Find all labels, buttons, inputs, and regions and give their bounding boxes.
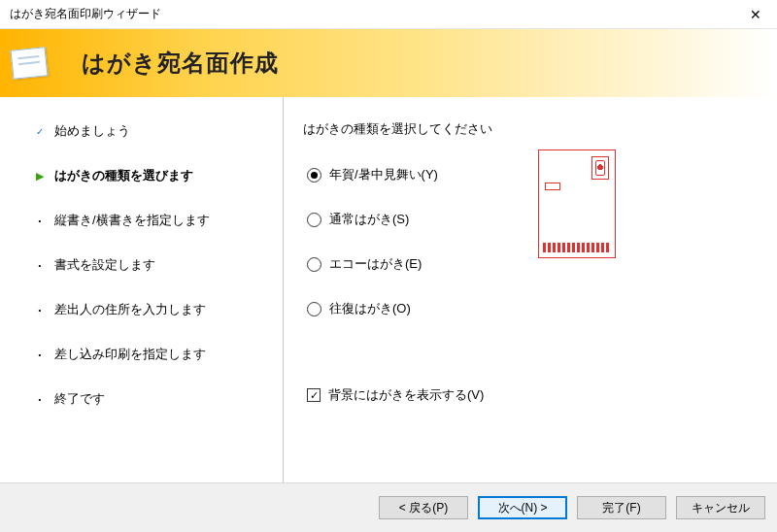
step-label: 終了です [54,390,105,408]
step-label: 縦書き/横書きを指定します [54,212,210,229]
step-label: 差出人の住所を入力します [54,301,206,318]
dot-icon: • [33,261,47,270]
radio-icon [307,257,321,272]
dot-icon: • [33,395,47,404]
step-select-type: ▶ はがきの種類を選びます [33,165,275,186]
checkbox-label: 背景にはがきを表示する(V) [328,386,484,404]
close-button[interactable]: ✕ [734,0,777,29]
step-label: 始めましょう [54,122,130,140]
title-bar: はがき宛名面印刷ウィザード ✕ [0,0,777,29]
step-format: • 書式を設定します [33,254,275,276]
finish-button[interactable]: 完了(F) [577,496,666,519]
wizard-header: はがき宛名面作成 [0,29,777,97]
arrow-icon: ▶ [33,170,47,183]
dot-icon: • [33,350,47,359]
wizard-body: ✓ 始めましょう ▶ はがきの種類を選びます • 縦書き/横書きを指定します •… [0,97,777,482]
dot-icon: • [33,306,47,315]
show-background-checkbox[interactable]: ✓ 背景にはがきを表示する(V) [303,386,556,404]
postcard-preview [538,150,616,258]
dot-icon: • [33,216,47,225]
stamp-icon [591,156,609,180]
option-normal[interactable]: 通常はがき(S) [303,210,556,229]
checkbox-icon: ✓ [307,388,321,402]
close-icon: ✕ [750,7,761,22]
back-button[interactable]: < 戻る(P) [379,496,468,519]
wizard-steps: ✓ 始めましょう ▶ はがきの種類を選びます • 縦書き/横書きを指定します •… [0,97,284,482]
option-nenga[interactable]: 年賀/暑中見舞い(Y) [303,165,556,184]
option-reply[interactable]: 往復はがき(O) [303,299,556,318]
option-label: 年賀/暑中見舞い(Y) [329,166,438,183]
step-finish: • 終了です [33,388,275,410]
option-echo[interactable]: エコーはがき(E) [303,254,556,274]
step-label: 差し込み印刷を指定します [54,346,206,363]
step-start: ✓ 始めましょう [33,120,275,142]
radio-icon [307,213,321,227]
radio-icon [307,168,321,183]
option-label: 往復はがき(O) [329,300,411,317]
wizard-content: はがきの種類を選択してください 年賀/暑中見舞い(Y) 通常はがき(S) エコー… [284,97,777,482]
radio-icon [307,302,321,316]
step-orientation: • 縦書き/横書きを指定します [33,210,275,231]
cancel-button[interactable]: キャンセル [676,496,765,519]
option-label: 通常はがき(S) [329,211,409,228]
step-mailmerge: • 差し込み印刷を指定します [33,344,275,365]
window-title: はがき宛名面印刷ウィザード [10,6,734,22]
step-label: 書式を設定します [54,256,155,274]
content-heading: はがきの種類を選択してください [303,120,556,138]
option-label: エコーはがき(E) [329,255,422,273]
step-sender: • 差出人の住所を入力します [33,299,275,320]
next-button[interactable]: 次へ(N) > [478,496,567,519]
postal-code-box [545,183,560,190]
postcard-footer-strip [543,243,611,252]
step-label: はがきの種類を選びます [54,167,193,184]
postcard-icon [11,47,49,80]
check-icon: ✓ [33,126,47,137]
wizard-button-bar: < 戻る(P) 次へ(N) > 完了(F) キャンセル [0,482,777,532]
wizard-title: はがき宛名面作成 [82,48,279,79]
